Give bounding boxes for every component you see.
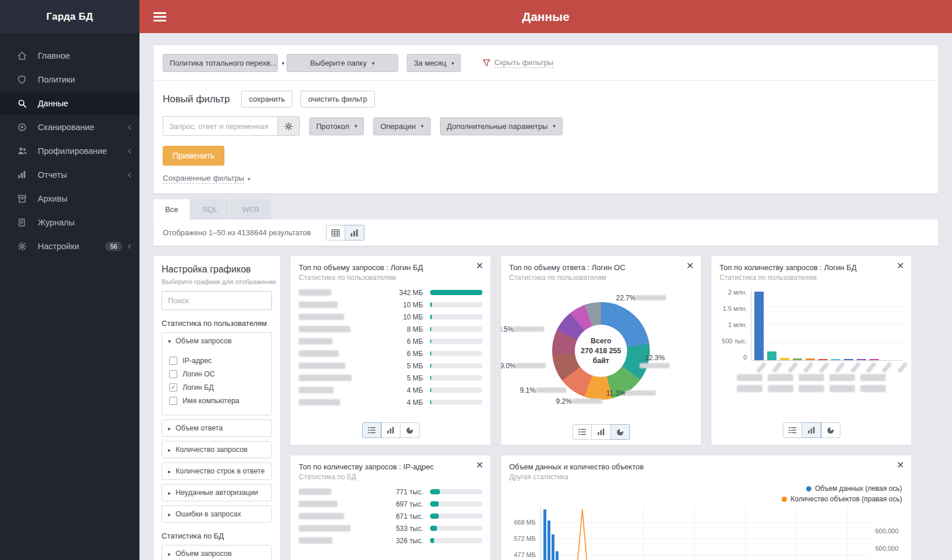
- chart-option[interactable]: IP-адрес: [169, 357, 266, 365]
- chart5-legend: Объем данных (левая ось)Количество объек…: [501, 482, 911, 507]
- tab-все[interactable]: Все: [153, 199, 189, 220]
- bar-fill: [430, 363, 431, 368]
- y-tick-label: 1.5 млн.: [723, 305, 747, 312]
- sidebar-item-users[interactable]: Профилирование‹: [0, 139, 139, 163]
- bar-view-button[interactable]: [592, 424, 611, 440]
- chart-group-toggle[interactable]: ▸Объем ответа: [162, 420, 271, 436]
- pie-view-button[interactable]: [611, 424, 630, 440]
- settings-section-title: Статистика по пользователям: [162, 319, 272, 328]
- settings-search-input[interactable]: [162, 291, 272, 310]
- hide-filters-link[interactable]: Скрыть фильтры: [482, 58, 553, 68]
- chart-card-volume-by-db-login: ✕ Топ по объему запросов : Логин БД Стат…: [291, 256, 491, 445]
- chart-option[interactable]: Логин ОС: [169, 370, 266, 378]
- list-view-button[interactable]: [572, 424, 592, 440]
- right-axis-labels: 600,000500,000: [871, 507, 906, 560]
- reports-icon: [17, 170, 31, 179]
- pie-view-button[interactable]: [821, 422, 840, 438]
- period-dropdown[interactable]: За месяц▾: [407, 54, 461, 72]
- sidebar-item-home[interactable]: Главное: [0, 44, 139, 67]
- settings-sections: Статистика по пользователям▾Объем запрос…: [162, 319, 272, 560]
- close-icon[interactable]: ✕: [897, 261, 904, 271]
- protocol-dropdown[interactable]: Протокол▾: [309, 117, 364, 135]
- sidebar-item-gear[interactable]: Настройки56‹: [0, 234, 139, 258]
- clear-filter-button[interactable]: очистить фильтр: [300, 91, 375, 107]
- chart-group-toggle[interactable]: ▸Неудачные авторизации: [162, 484, 271, 501]
- sidebar-item-shield[interactable]: Политики: [0, 67, 139, 91]
- checkbox[interactable]: [169, 370, 177, 378]
- bar-row: 5 МБ: [299, 360, 482, 372]
- chart-card-query-count-by-db-login: ✕ Топ по количеству запросов : Логин БД …: [711, 256, 911, 445]
- caret-right-icon: ▸: [168, 425, 171, 432]
- caret-right-icon: ▸: [168, 551, 171, 557]
- redacted-label: [299, 513, 344, 519]
- pie-view-button[interactable]: [400, 422, 420, 438]
- chart-group-toggle[interactable]: ▸Количество строк в ответе: [162, 463, 271, 479]
- chart-group-toggle[interactable]: ▾Объем запросов: [162, 333, 271, 349]
- vertical-bar: [869, 359, 879, 360]
- tab-web[interactable]: WEB: [230, 199, 271, 220]
- close-icon[interactable]: ✕: [476, 261, 484, 271]
- chart-group-toggle[interactable]: ▸Ошибки в запросах: [162, 506, 271, 522]
- tab-sql[interactable]: SQL: [191, 199, 229, 220]
- apply-button[interactable]: Применить: [163, 146, 224, 166]
- query-settings-button[interactable]: [278, 116, 300, 136]
- bar-track: [430, 326, 482, 332]
- bar-row: 4 МБ: [299, 396, 482, 408]
- list-view-button[interactable]: [362, 422, 381, 438]
- redacted-legend-item: [829, 374, 855, 381]
- operations-dropdown[interactable]: Операции▾: [373, 117, 430, 135]
- close-icon[interactable]: ✕: [686, 261, 694, 271]
- bar-track: [430, 489, 482, 494]
- redacted-label: [299, 489, 331, 495]
- chart-group-toggle[interactable]: ▸Количество запросов: [162, 441, 271, 458]
- checkbox[interactable]: [169, 357, 177, 365]
- tabs: ВсеSQLWEB: [153, 199, 938, 220]
- bar-track: [430, 538, 482, 543]
- save-filter-button[interactable]: сохранить: [241, 91, 292, 107]
- close-icon[interactable]: ✕: [897, 461, 904, 470]
- chevron-left-icon: ‹: [128, 240, 131, 251]
- plot-area: [751, 289, 903, 361]
- journal-icon: [17, 218, 31, 227]
- saved-filters-link[interactable]: Сохраненные фильтры▾: [163, 174, 250, 184]
- app-logo-text: Гарда БД: [46, 11, 94, 23]
- chart-option[interactable]: Имя компьютера: [169, 397, 266, 405]
- list-view-button[interactable]: [783, 422, 802, 438]
- sidebar-item-reports[interactable]: Отчеты‹: [0, 163, 139, 186]
- bar-row: 771 тыс.: [299, 486, 482, 498]
- sidebar: Гарда БД ГлавноеПолитикиДанныеСканирован…: [0, 0, 139, 560]
- extra-params-dropdown[interactable]: Дополнительные параметры▾: [440, 117, 563, 135]
- chart-group-label: Ошибки в запросах: [176, 510, 241, 518]
- sidebar-item-archive[interactable]: Архивы: [0, 186, 139, 210]
- sidebar-item-scan[interactable]: Сканирование‹: [0, 115, 139, 139]
- chart-group-toggle[interactable]: ▸Объем запросов: [162, 545, 271, 560]
- bar-value: 10 МБ: [387, 313, 423, 321]
- folder-dropdown[interactable]: Выберите папку▾: [287, 54, 398, 72]
- chart-card-data-volume-and-objects: ✕ Объем данных и количество объектов Дру…: [501, 455, 911, 560]
- sidebar-item-journal[interactable]: Журналы: [0, 210, 139, 234]
- chart-view-button[interactable]: [345, 225, 364, 240]
- bar-view-button[interactable]: [381, 422, 400, 438]
- bar-value: 5 МБ: [387, 374, 423, 382]
- bar-track: [430, 290, 482, 295]
- close-icon[interactable]: ✕: [476, 461, 484, 470]
- bar-value: 697 тыс.: [387, 500, 423, 508]
- chart-option[interactable]: ✓Логин БД: [169, 383, 266, 392]
- bar-view-button[interactable]: [802, 422, 821, 438]
- main-area: Данные Политика тотального перехв...▾ Вы…: [139, 0, 952, 560]
- table-view-button[interactable]: [326, 225, 345, 240]
- vertical-bar: [818, 359, 828, 360]
- checkbox[interactable]: [169, 397, 177, 405]
- funnel-icon: [482, 59, 491, 67]
- query-input[interactable]: [163, 116, 278, 136]
- sidebar-item-search[interactable]: Данные: [0, 91, 139, 115]
- bar-value: 533 тыс.: [387, 525, 423, 533]
- bar-fill: [430, 538, 434, 543]
- charts-grid: Настройка графиков Выберите графики для …: [153, 256, 938, 560]
- chart-group-options: IP-адресЛогин ОС✓Логин БДИмя компьютера: [162, 349, 271, 415]
- sidebar-item-label: Отчеты: [38, 170, 128, 180]
- hamburger-menu-icon[interactable]: [153, 12, 169, 22]
- checkbox[interactable]: ✓: [169, 383, 177, 392]
- policy-dropdown[interactable]: Политика тотального перехв...▾: [163, 54, 278, 72]
- redacted-legend-item: [737, 374, 763, 381]
